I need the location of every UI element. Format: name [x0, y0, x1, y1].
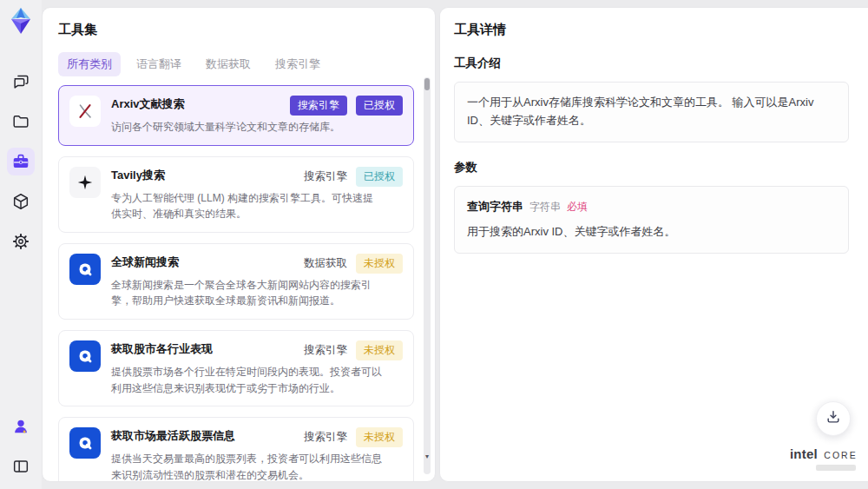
tool-name: 获取市场最活跃股票信息 [111, 427, 297, 444]
tool-card-arxiv[interactable]: Arxiv文献搜索 搜索引擎 已授权 访问各个研究领域大量科学论文和文章的存储库… [58, 85, 414, 146]
logo-gem-icon [8, 7, 34, 35]
tool-description: 提供当天交易量最高的股票列表，投资者可以利用这些信息来识别流动性强的股票和潜在的… [111, 451, 382, 482]
auth-badge: 未授权 [356, 340, 403, 360]
sidebar-item-tools[interactable] [7, 148, 35, 175]
param-type: 字符串 [529, 199, 561, 215]
tab-search-engine[interactable]: 搜索引擎 [266, 52, 329, 76]
sidebar-item-chat[interactable] [7, 68, 35, 96]
param-description: 用于搜索的Arxiv ID、关键字或作者姓名。 [467, 223, 836, 241]
sparkle-icon [69, 167, 101, 198]
sidebar-item-packages[interactable] [7, 188, 35, 215]
user-icon [11, 417, 30, 436]
scrollbar-thumb[interactable] [424, 78, 430, 90]
sidebar-item-files[interactable] [7, 108, 35, 135]
detail-title: 工具详情 [454, 22, 849, 38]
tool-detail-panel: 工具详情 工具介绍 一个用于从Arxiv存储库搜索科学论文和文章的工具。 输入可… [439, 7, 868, 482]
auth-badge: 未授权 [356, 427, 403, 447]
intro-box: 一个用于从Arxiv存储库搜索科学论文和文章的工具。 输入可以是Arxiv ID… [454, 82, 849, 142]
tab-data-acquisition[interactable]: 数据获取 [197, 52, 260, 76]
tool-card-sector-performance[interactable]: 获取股市各行业表现 搜索引擎 未授权 提供股票市场各个行业在特定时间段内的表现。… [58, 330, 414, 406]
tool-description: 提供股票市场各个行业在特定时间段内的表现。投资者可以利用这些信息来识别表现优于或… [111, 364, 382, 396]
tab-language-translation[interactable]: 语言翻译 [128, 52, 190, 76]
left-sidebar [0, 0, 42, 489]
intel-core-logo: intel CORE [790, 446, 856, 471]
news-search-icon [69, 427, 101, 459]
gear-icon [11, 232, 30, 251]
param-box: 查询字符串 字符串 必填 用于搜索的Arxiv ID、关键字或作者姓名。 [454, 186, 849, 254]
category-label: 搜索引擎 [304, 343, 347, 358]
category-label: 数据获取 [304, 256, 347, 271]
auth-badge: 未授权 [356, 254, 403, 274]
category-label: 搜索引擎 [304, 169, 347, 184]
sidebar-item-settings[interactable] [7, 228, 35, 255]
category-badge: 搜索引擎 [290, 96, 347, 116]
tab-all-categories[interactable]: 所有类别 [58, 52, 121, 76]
param-name: 查询字符串 [467, 198, 523, 216]
auth-badge: 已授权 [356, 96, 403, 116]
tool-name: Tavily搜索 [111, 167, 297, 183]
intro-text: 一个用于从Arxiv存储库搜索科学论文和文章的工具。 输入可以是Arxiv ID… [467, 96, 813, 127]
arxiv-x-icon [69, 96, 101, 127]
cube-icon [11, 192, 30, 211]
tool-card-most-active-stocks[interactable]: 获取市场最活跃股票信息 搜索引擎 未授权 提供当天交易量最高的股票列表，投资者可… [58, 417, 414, 482]
tool-card-global-news[interactable]: 全球新闻搜索 数据获取 未授权 全球新闻搜索是一个聚合全球各大新闻网站内容的搜索… [58, 243, 414, 320]
param-required-flag: 必填 [567, 199, 588, 215]
news-search-icon [69, 254, 101, 285]
toolset-title: 工具集 [58, 22, 414, 38]
download-icon [825, 408, 842, 429]
sidebar-item-collapse[interactable] [7, 453, 35, 480]
brand-product: CORE [824, 450, 857, 460]
category-label: 搜索引擎 [304, 430, 347, 445]
category-tabs: 所有类别 语言翻译 数据获取 搜索引擎 [58, 52, 414, 76]
tool-card-tavily[interactable]: Tavily搜索 搜索引擎 已授权 专为人工智能代理 (LLM) 构建的搜索引擎… [58, 156, 414, 233]
tool-list: Arxiv文献搜索 搜索引擎 已授权 访问各个研究领域大量科学论文和文章的存储库… [58, 85, 414, 482]
tool-description: 专为人工智能代理 (LLM) 构建的搜索引擎工具。可快速提供实时、准确和真实的结… [111, 190, 382, 222]
list-scrollbar[interactable]: ▾ [424, 77, 431, 474]
tool-name: 获取股市各行业表现 [111, 340, 297, 357]
panel-toggle-icon [11, 457, 30, 476]
folder-icon [11, 112, 30, 131]
toolset-panel: 工具集 所有类别 语言翻译 数据获取 搜索引擎 Arxiv文献搜索 [42, 7, 436, 482]
tool-description: 全球新闻搜索是一个聚合全球各大新闻网站内容的搜索引擎，帮助用户快速获取全球最新资… [111, 277, 382, 309]
chat-icon [11, 72, 30, 91]
brand-name: intel [790, 446, 818, 461]
toolbox-icon [11, 152, 30, 171]
tool-description: 访问各个研究领域大量科学论文和文章的存储库。 [111, 119, 382, 135]
scrollbar-down-arrow[interactable]: ▾ [424, 453, 431, 460]
sidebar-item-account[interactable] [7, 413, 35, 440]
news-search-icon [69, 340, 101, 372]
tool-name: 全球新闻搜索 [111, 254, 297, 270]
app-window: 工具集 所有类别 语言翻译 数据获取 搜索引擎 Arxiv文献搜索 [0, 0, 868, 489]
brand-subbadge [816, 465, 856, 471]
auth-badge: 已授权 [356, 167, 403, 187]
params-heading: 参数 [454, 160, 849, 175]
tool-name: Arxiv文献搜索 [111, 96, 283, 112]
intro-heading: 工具介绍 [454, 56, 849, 71]
download-button[interactable] [816, 401, 851, 436]
